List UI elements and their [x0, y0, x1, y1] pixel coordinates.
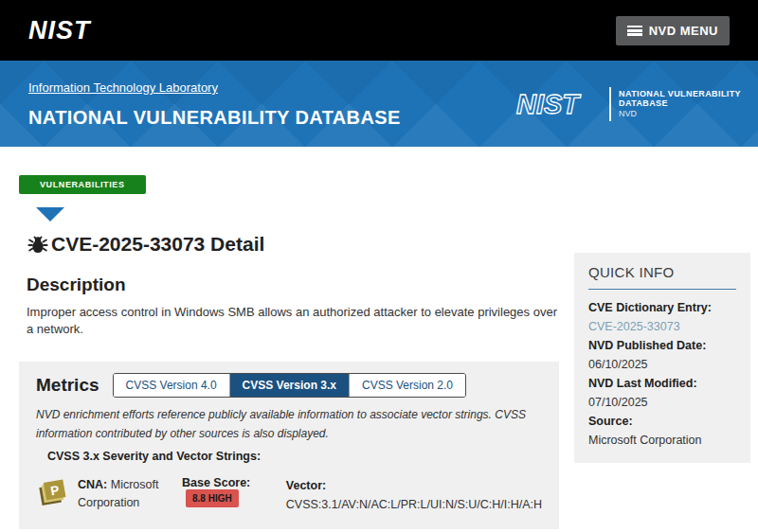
nvd-menu-label: NVD MENU: [649, 24, 718, 38]
vector-cell: Vector: CVSS:3.1/AV:N/AC:L/PR:L/UI:N/S:U…: [286, 476, 542, 514]
svg-text:NIST: NIST: [516, 89, 581, 119]
content-area: VULNERABILITIES CVE-2025-33073 Detail De: [0, 147, 758, 532]
description-text: Improper access control in Windows SMB a…: [27, 304, 559, 338]
cve-detail-title: CVE-2025-33073 Detail: [27, 233, 559, 256]
metrics-panel: Metrics CVSS Version 4.0 CVSS Version 3.…: [19, 362, 559, 529]
cna-cell: P CNA: Microsoft Corporation: [36, 476, 182, 512]
logo-line3: NVD: [619, 109, 741, 118]
description-heading: Description: [27, 275, 559, 295]
qi-label-cve-entry: CVE Dictionary Entry:: [588, 298, 736, 317]
blue-header-band: Information Technology Laboratory NATION…: [0, 61, 758, 147]
qi-modified-date: 07/10/2025: [588, 393, 736, 412]
qi-cve-link[interactable]: CVE-2025-33073: [588, 320, 680, 333]
base-score-cell: Base Score:8.8 HIGH: [182, 476, 265, 507]
vulnerabilities-badge[interactable]: VULNERABILITIES: [19, 175, 146, 194]
vector-label: Vector:: [286, 479, 326, 492]
main-column: VULNERABILITIES CVE-2025-33073 Detail De: [19, 147, 559, 532]
tab-cvss-2-0[interactable]: CVSS Version 2.0: [350, 374, 465, 397]
logo-line1: NATIONAL VULNERABILITY: [619, 89, 741, 98]
base-score-label: Base Score:: [182, 476, 250, 489]
cve-title-text: CVE-2025-33073 Detail: [51, 233, 264, 256]
base-score-badge[interactable]: 8.8 HIGH: [186, 489, 239, 507]
qi-source-value: Microsoft Corporation: [588, 431, 736, 450]
hamburger-icon: [627, 26, 642, 36]
logo-text-block: NATIONAL VULNERABILITY DATABASE NVD: [619, 89, 741, 118]
top-black-bar: NIST NVD MENU: [0, 0, 758, 61]
logo-line2: DATABASE: [619, 98, 741, 108]
cvss3-subheading: CVSS 3.x Severity and Vector Strings:: [36, 450, 542, 463]
tab-cvss-3-x[interactable]: CVSS Version 3.x: [230, 374, 350, 397]
quick-info-panel: QUICK INFO CVE Dictionary Entry: CVE-202…: [574, 253, 750, 463]
nist-outline-logo: NIST: [514, 88, 602, 120]
nvd-page-title: NATIONAL VULNERABILITY DATABASE: [28, 107, 401, 129]
cna-source: CNA: Microsoft Corporation: [78, 476, 182, 512]
cvss-score-row: P CNA: Microsoft Corporation Base Score:…: [36, 476, 542, 514]
qi-published-date: 06/10/2025: [588, 355, 736, 374]
tab-cvss-4-0[interactable]: CVSS Version 4.0: [114, 374, 230, 397]
itl-breadcrumb-link[interactable]: Information Technology Laboratory: [28, 80, 218, 95]
cvss-version-tabs: CVSS Version 4.0 CVSS Version 3.x CVSS V…: [113, 373, 467, 398]
qi-label-published: NVD Published Date:: [588, 336, 736, 355]
header-notch-arrow: [36, 207, 64, 222]
cna-provider-icon: P: [36, 476, 70, 510]
logo-divider: [609, 87, 611, 121]
qi-label-modified: NVD Last Modified:: [588, 374, 736, 393]
quick-info-heading: QUICK INFO: [588, 264, 736, 290]
metrics-heading: Metrics: [36, 375, 99, 396]
sidebar: QUICK INFO CVE Dictionary Entry: CVE-202…: [574, 253, 750, 532]
enrichment-note: NVD enrichment efforts reference publicl…: [36, 406, 542, 444]
vector-string: CVSS:3.1/AV:N/AC:L/PR:L/UI:N/S:U/C:H/I:H…: [286, 498, 542, 511]
nvd-header-logo[interactable]: NIST NATIONAL VULNERABILITY DATABASE NVD: [514, 87, 741, 121]
nist-logo[interactable]: NIST: [28, 16, 91, 45]
cna-label: CNA:: [78, 478, 107, 491]
nvd-menu-button[interactable]: NVD MENU: [616, 16, 730, 45]
bug-icon: [27, 233, 49, 256]
header-left: Information Technology Laboratory NATION…: [28, 79, 401, 129]
qi-label-source: Source:: [588, 412, 736, 431]
